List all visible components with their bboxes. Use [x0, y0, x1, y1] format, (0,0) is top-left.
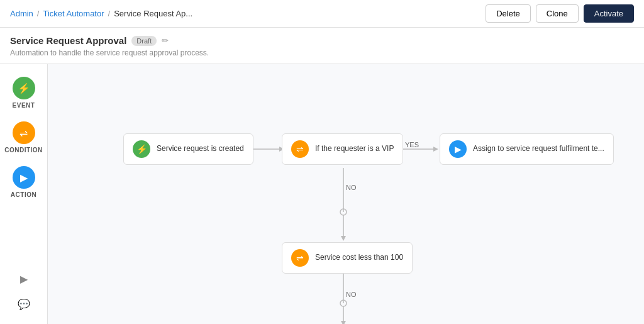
node1-icon: ⚡ [133, 140, 150, 158]
sidebar-condition-label: CONDITION [4, 147, 43, 154]
node-service-request-created[interactable]: ⚡ Service request is created [123, 133, 253, 165]
node4-text: Service cost less than 100 [315, 253, 403, 263]
no-label-1: NO [346, 184, 357, 191]
sidebar-event-label: EVENT [13, 102, 35, 109]
page-header: Service Request Approval Draft ✏ Automat… [0, 28, 644, 64]
canvas[interactable]: YES NO NO ⚡ Service request is created ⇌… [48, 64, 644, 324]
svg-point-11 [340, 300, 347, 306]
node-cost-condition[interactable]: ⇌ Service cost less than 100 [282, 242, 413, 274]
action-icon: ▶ [13, 166, 35, 189]
breadcrumb-current: Service Request Ap... [114, 9, 192, 18]
top-bar: Admin / Ticket Automator / Service Reque… [0, 0, 644, 28]
sidebar: ⚡ EVENT ⇌ CONDITION ▶ ACTION ▶ 💬 [0, 64, 48, 324]
breadcrumb-ticket-automator[interactable]: Ticket Automator [43, 9, 104, 18]
flow-container: YES NO NO ⚡ Service request is created ⇌… [60, 77, 626, 324]
breadcrumb-admin[interactable]: Admin [10, 9, 33, 18]
node3-icon: ▶ [449, 140, 467, 158]
node-vip-condition[interactable]: ⇌ If the requester is a VIP [282, 133, 403, 165]
node3-text: Assign to service request fulfilment te.… [473, 144, 604, 154]
svg-marker-9 [341, 236, 346, 241]
draft-badge: Draft [131, 36, 157, 46]
flow-svg [60, 77, 626, 324]
no-label-2: NO [346, 291, 357, 298]
sidebar-item-event[interactable]: ⚡ EVENT [4, 72, 44, 114]
node1-text: Service request is created [157, 144, 244, 154]
node-assign-1[interactable]: ▶ Assign to service request fulfilment t… [440, 133, 614, 165]
sidebar-action-label: ACTION [11, 191, 36, 198]
sidebar-item-action[interactable]: ▶ ACTION [4, 161, 44, 203]
svg-marker-13 [341, 321, 346, 324]
condition-icon: ⇌ [13, 121, 35, 144]
page-subtitle: Automation to handle the service request… [10, 48, 634, 57]
activate-button[interactable]: Activate [584, 4, 634, 23]
play-icon[interactable]: ▶ [14, 269, 34, 289]
edit-icon[interactable]: ✏ [162, 36, 169, 45]
node4-icon: ⇌ [291, 249, 309, 267]
top-actions: Delete Clone Activate [486, 4, 634, 23]
clone-button[interactable]: Clone [536, 4, 579, 23]
breadcrumb: Admin / Ticket Automator / Service Reque… [10, 9, 192, 18]
svg-point-7 [340, 209, 347, 215]
main-layout: ⚡ EVENT ⇌ CONDITION ▶ ACTION ▶ 💬 [0, 64, 644, 324]
chat-icon[interactable]: 💬 [14, 294, 34, 314]
delete-button[interactable]: Delete [486, 4, 531, 23]
event-icon: ⚡ [13, 77, 35, 99]
sidebar-item-condition[interactable]: ⇌ CONDITION [4, 116, 44, 159]
page-title: Service Request Approval [10, 35, 126, 46]
node2-icon: ⇌ [291, 140, 309, 158]
sidebar-bottom: ▶ 💬 [14, 269, 34, 319]
yes-label: YES [405, 141, 419, 148]
node2-text: If the requester is a VIP [315, 144, 394, 154]
svg-marker-5 [433, 147, 438, 152]
